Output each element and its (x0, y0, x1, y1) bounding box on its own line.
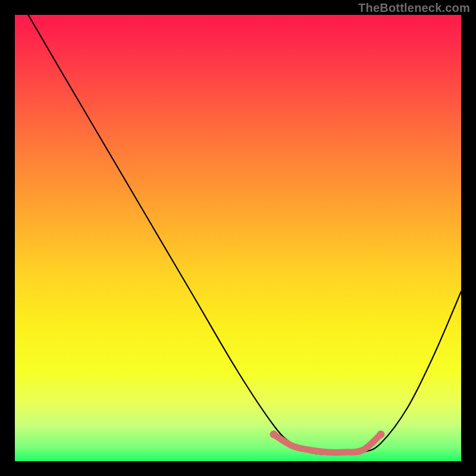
bottleneck-curve (29, 15, 462, 455)
watermark-text: TheBottleneck.com (358, 1, 470, 15)
svg-point-1 (377, 431, 385, 439)
optimal-range (270, 431, 385, 453)
plot-area (15, 15, 461, 461)
curve-layer (15, 15, 461, 461)
svg-point-0 (270, 431, 278, 439)
chart-canvas: TheBottleneck.com (0, 0, 476, 476)
